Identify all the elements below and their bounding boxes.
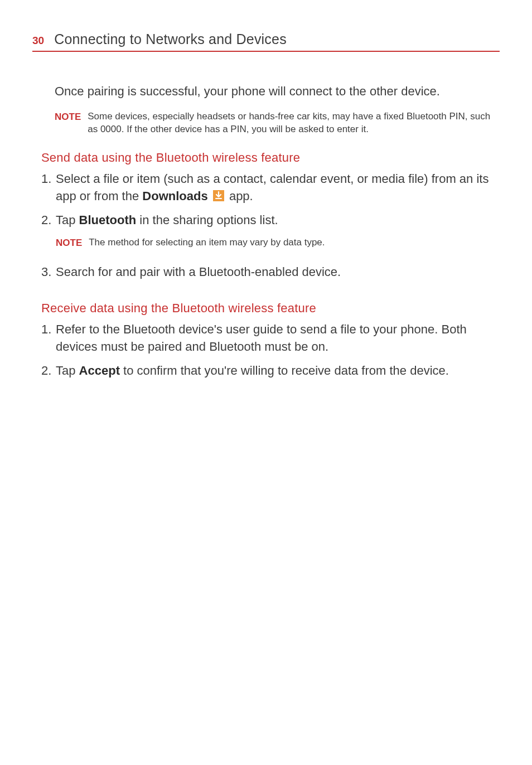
note-block-2: NOTE The method for selecting an item ma… xyxy=(56,236,500,250)
list-item: 2. Tap Accept to confirm that you're wil… xyxy=(41,362,500,380)
list-number: 2. xyxy=(41,212,56,229)
bluetooth-bold: Bluetooth xyxy=(79,213,137,227)
intro-paragraph: Once pairing is successful, your phone w… xyxy=(55,83,500,100)
text-pre: Tap xyxy=(56,364,79,377)
note-label: NOTE xyxy=(56,236,82,250)
page-header: 30 Connecting to Networks and Devices xyxy=(32,31,500,52)
note-text: Some devices, especially headsets or han… xyxy=(88,110,500,137)
list-body: Select a file or item (such as a contact… xyxy=(56,171,500,205)
accept-bold: Accept xyxy=(79,364,120,377)
list-number: 2. xyxy=(41,362,56,380)
note-block-1: NOTE Some devices, especially headsets o… xyxy=(55,110,500,137)
list-item: 1. Refer to the Bluetooth device's user … xyxy=(41,321,500,356)
list-item: 2. Tap Bluetooth in the sharing options … xyxy=(41,212,500,229)
section-heading-send: Send data using the Bluetooth wireless f… xyxy=(41,151,500,165)
page-container: 30 Connecting to Networks and Devices On… xyxy=(0,0,532,380)
list-body: Tap Bluetooth in the sharing options lis… xyxy=(56,212,500,229)
list-number: 1. xyxy=(41,171,56,205)
text-post: in the sharing options list. xyxy=(136,213,278,227)
page-number: 30 xyxy=(32,35,44,47)
downloads-icon xyxy=(213,190,224,201)
text-pre: Select a file or item (such as a contact… xyxy=(56,172,489,203)
text-post: app. xyxy=(226,189,253,203)
list-body: Refer to the Bluetooth device's user gui… xyxy=(56,321,500,356)
list-number: 3. xyxy=(41,264,56,281)
list-item: 1. Select a file or item (such as a cont… xyxy=(41,171,500,205)
text-post: to confirm that you're willing to receiv… xyxy=(120,364,449,377)
section-heading-receive: Receive data using the Bluetooth wireles… xyxy=(41,301,500,316)
downloads-bold: Downloads xyxy=(142,189,207,203)
section-gap xyxy=(32,288,500,301)
header-title: Connecting to Networks and Devices xyxy=(54,31,287,47)
list-body: Tap Accept to confirm that you're willin… xyxy=(56,362,500,380)
text-pre: Tap xyxy=(56,213,79,227)
list-item: 3. Search for and pair with a Bluetooth-… xyxy=(41,264,500,281)
list-number: 1. xyxy=(41,321,56,356)
note-text: The method for selecting an item may var… xyxy=(89,236,325,250)
list-body: Search for and pair with a Bluetooth-ena… xyxy=(56,264,500,281)
note-label: NOTE xyxy=(55,110,81,137)
